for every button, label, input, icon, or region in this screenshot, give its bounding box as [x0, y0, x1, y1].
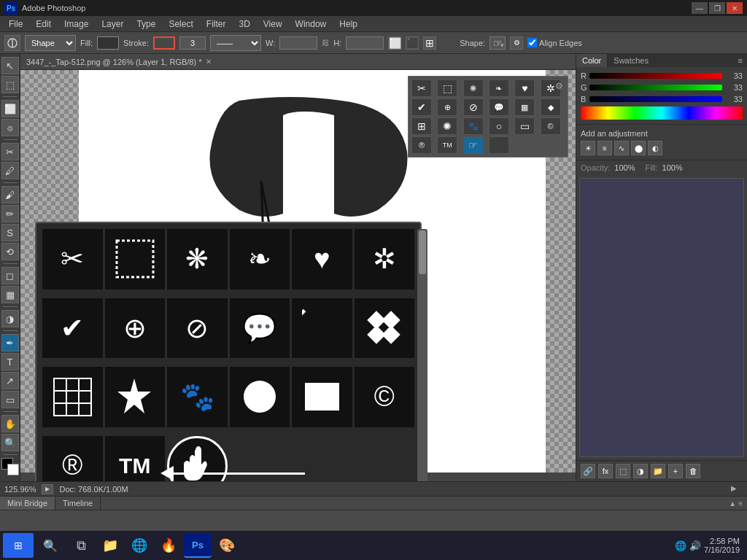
- shape-checkmark[interactable]: ✔: [411, 98, 432, 116]
- search-button[interactable]: 🔍: [35, 533, 66, 558]
- zoom-tool[interactable]: 🔍: [1, 434, 19, 451]
- shape-stripes[interactable]: ▦: [514, 98, 535, 116]
- mask-icon[interactable]: ⬚: [616, 464, 630, 478]
- taskbar-explorer[interactable]: 📁: [96, 533, 124, 558]
- shape-trademark[interactable]: TM: [437, 136, 457, 154]
- new-layer-icon[interactable]: +: [668, 464, 683, 478]
- menu-filter[interactable]: Filter: [201, 18, 232, 31]
- zoom-control[interactable]: ▶: [42, 484, 53, 494]
- shape-fleur[interactable]: ❋: [463, 79, 484, 97]
- shape-thumbnail[interactable]: ☞ ▼: [489, 36, 506, 50]
- link-layers-icon[interactable]: 🔗: [581, 464, 595, 478]
- shape-rect[interactable]: ▭: [514, 117, 535, 135]
- shape-mode-select[interactable]: Shape Path Pixels: [25, 35, 76, 51]
- large-shape-trademark[interactable]: TM: [105, 436, 166, 482]
- dodge-tool[interactable]: ◑: [1, 310, 19, 327]
- large-shape-splat[interactable]: ✲: [355, 229, 415, 289]
- doc-tab-close[interactable]: ✕: [206, 58, 212, 66]
- hand-tool[interactable]: ✋: [1, 415, 19, 432]
- transform-icon[interactable]: ⊞: [423, 36, 436, 50]
- large-shape-pawprint[interactable]: 🐾: [167, 367, 228, 427]
- menu-3d[interactable]: 3D: [233, 18, 255, 31]
- adj-brightness[interactable]: ☀: [581, 141, 595, 155]
- stroke-width-input[interactable]: [179, 36, 206, 50]
- shape-no[interactable]: ⊘: [463, 98, 484, 116]
- start-button[interactable]: ⊞: [3, 533, 34, 558]
- crop-tool[interactable]: ✂: [1, 143, 19, 160]
- group-layers-icon[interactable]: 📁: [651, 464, 665, 478]
- color-spectrum[interactable]: [581, 106, 743, 120]
- gear-options-icon[interactable]: ⚙: [510, 36, 523, 50]
- link-dimensions-icon[interactable]: ⛓: [322, 39, 329, 47]
- shape-diamonds[interactable]: ◆: [541, 98, 561, 116]
- large-shape-grid-cells[interactable]: [42, 367, 103, 427]
- large-shape-scissors[interactable]: ✂: [42, 229, 103, 289]
- stroke-swatch[interactable]: [153, 36, 175, 50]
- green-slider[interactable]: [589, 85, 722, 90]
- menu-edit[interactable]: Edit: [30, 18, 57, 31]
- window-controls[interactable]: — ❐ ✕: [692, 2, 743, 14]
- shape-copyright[interactable]: ©: [541, 117, 561, 135]
- red-slider[interactable]: [589, 73, 722, 79]
- shape-picker-settings-icon[interactable]: ⚙: [555, 81, 563, 91]
- large-shape-starburst[interactable]: [105, 367, 166, 427]
- shape-tool[interactable]: ▭: [1, 391, 19, 408]
- taskbar-edge[interactable]: 🌐: [125, 533, 153, 558]
- shape-ornament[interactable]: ❧: [489, 79, 509, 97]
- delete-layer-icon[interactable]: 🗑: [686, 464, 700, 478]
- align-edges-option[interactable]: Align Edges: [527, 38, 582, 47]
- eraser-tool[interactable]: ◻: [1, 267, 19, 284]
- type-tool[interactable]: T: [1, 353, 19, 370]
- stroke-style-select[interactable]: ——: [210, 35, 261, 51]
- layer-style-icon[interactable]: fx: [598, 464, 613, 478]
- tab-mini-bridge[interactable]: Mini Bridge: [0, 497, 55, 510]
- align-right-icon[interactable]: ⬛: [406, 36, 419, 50]
- color-panel-menu[interactable]: ≡: [734, 54, 747, 67]
- large-shape-diamonds[interactable]: [355, 298, 415, 359]
- shape-square-dotted[interactable]: ⬚: [437, 79, 457, 97]
- tab-swatches[interactable]: Swatches: [608, 54, 655, 67]
- taskbar-firefox[interactable]: 🔥: [155, 533, 182, 558]
- bottom-panel-expand[interactable]: ▲: [729, 499, 736, 508]
- bottom-panel-menu[interactable]: ≡: [738, 499, 743, 508]
- menu-type[interactable]: Type: [131, 18, 161, 31]
- align-left-icon[interactable]: ⬜: [388, 36, 401, 50]
- marquee-tool[interactable]: ⬜: [1, 100, 19, 117]
- shape-registered[interactable]: ®: [411, 136, 432, 154]
- menu-select[interactable]: Select: [163, 18, 198, 31]
- pen-tool[interactable]: ✒: [1, 334, 19, 351]
- history-tool[interactable]: ⟲: [1, 243, 19, 260]
- maximize-button[interactable]: ❐: [709, 2, 725, 14]
- height-input[interactable]: 385.31: [346, 36, 384, 50]
- width-input[interactable]: 264.03: [279, 36, 317, 50]
- fill-swatch[interactable]: [97, 36, 119, 50]
- artboard-tool[interactable]: ⬚: [1, 76, 19, 93]
- tab-timeline[interactable]: Timeline: [55, 497, 101, 510]
- large-shape-rectangle[interactable]: [292, 367, 352, 427]
- large-shape-ornament[interactable]: ❧: [230, 229, 290, 289]
- adj-saturation[interactable]: ◐: [648, 141, 662, 155]
- clone-tool[interactable]: S: [1, 224, 19, 241]
- shape-picker-scrollbar-thumb[interactable]: [419, 230, 426, 274]
- shape-picker-scrollbar[interactable]: ▼: [417, 229, 427, 481]
- shape-circle[interactable]: ○: [489, 117, 509, 135]
- menu-view[interactable]: View: [258, 18, 288, 31]
- adj-curves[interactable]: ∿: [614, 141, 629, 155]
- move-tool[interactable]: ↖: [1, 57, 19, 74]
- shape-pawprint[interactable]: 🐾: [463, 117, 484, 135]
- foreground-background-swatch[interactable]: [1, 458, 19, 475]
- large-shape-heart[interactable]: ♥: [292, 229, 352, 289]
- large-shape-fleur[interactable]: ❋: [167, 229, 228, 289]
- menu-layer[interactable]: Layer: [96, 18, 129, 31]
- shape-heart[interactable]: ♥: [514, 79, 535, 97]
- large-shape-no[interactable]: ⊘: [167, 298, 228, 359]
- tool-preset-icon[interactable]: [4, 35, 20, 51]
- blue-slider[interactable]: [589, 96, 722, 102]
- large-shape-stripes[interactable]: [292, 298, 352, 359]
- menu-help[interactable]: Help: [333, 18, 363, 31]
- shape-starburst[interactable]: ✺: [437, 117, 457, 135]
- path-select-tool[interactable]: ↗: [1, 372, 19, 389]
- taskbar-photoshop[interactable]: Ps: [184, 533, 212, 558]
- brush-tool[interactable]: ✏: [1, 205, 19, 222]
- align-edges-checkbox[interactable]: [527, 38, 537, 47]
